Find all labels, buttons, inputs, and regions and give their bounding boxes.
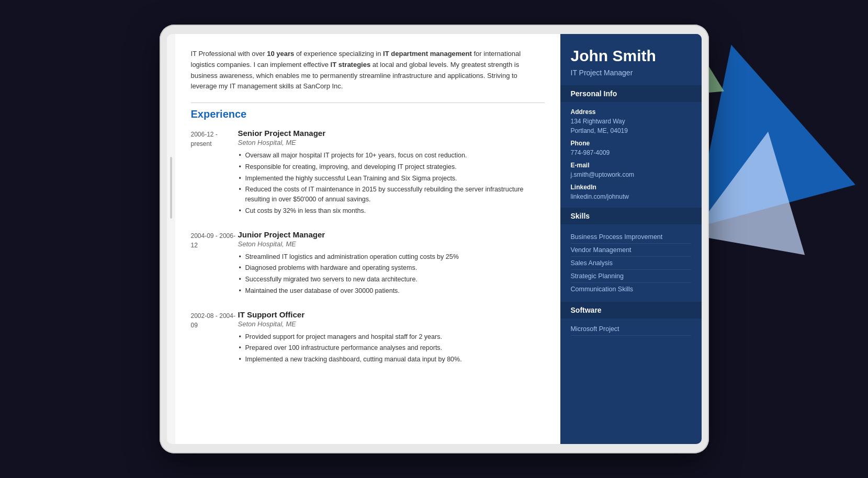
sidebar-role: IT Project Manager (571, 69, 691, 77)
personal-info-content: Address 134 Rightward Way Portland, ME, … (560, 102, 702, 208)
tablet-screen: IT Professional with over 10 years of ex… (167, 34, 702, 444)
phone-value: 774-987-4009 (571, 148, 691, 157)
skills-header: Skills (560, 208, 702, 224)
bullet-1-1: Oversaw all major hospital IT projects f… (238, 151, 545, 161)
bullet-3-2: Prepared over 100 infrastructure perform… (238, 343, 545, 353)
experience-item-1: 2006-12 - present Senior Project Manager… (191, 129, 545, 218)
skill-3: Sales Analysis (571, 257, 691, 270)
address-label: Address (571, 108, 691, 116)
exp-bullets-3: Provided support for project managers an… (238, 332, 545, 365)
software-1: Microsoft Project (571, 323, 691, 336)
exp-title-3: IT Support Officer (238, 310, 545, 319)
scroll-indicator[interactable] (170, 157, 172, 219)
exp-company-1: Seton Hospital, ME (238, 139, 545, 146)
scene: IT Professional with over 10 years of ex… (0, 0, 868, 478)
exp-title-2: Junior Project Manager (238, 230, 545, 239)
exp-dates-3: 2002-08 - 2004-09 (191, 310, 238, 366)
resume-right-sidebar: John Smith IT Project Manager Personal I… (560, 34, 702, 444)
experience-item-3: 2002-08 - 2004-09 IT Support Officer Set… (191, 310, 545, 366)
skill-1: Business Process Improvement (571, 231, 691, 244)
bullet-2-4: Maintained the user database of over 300… (238, 286, 545, 296)
resume-left-panel[interactable]: IT Professional with over 10 years of ex… (175, 34, 560, 444)
experience-item-2: 2004-09 - 2006-12 Junior Project Manager… (191, 230, 545, 298)
bullet-3-1: Provided support for project managers an… (238, 332, 545, 342)
sidebar-header: John Smith IT Project Manager (560, 34, 702, 85)
skill-4: Strategic Planning (571, 270, 691, 283)
email-label: E-mail (571, 162, 691, 169)
skill-2: Vendor Management (571, 244, 691, 257)
bullet-2-1: Streamlined IT logistics and administrat… (238, 252, 545, 262)
email-value: j.smith@uptowork.com (571, 170, 691, 179)
experience-section-title: Experience (191, 108, 545, 120)
section-divider (191, 103, 545, 103)
exp-content-2: Junior Project Manager Seton Hospital, M… (238, 230, 545, 298)
software-header: Software (560, 302, 702, 318)
exp-dates-1: 2006-12 - present (191, 129, 238, 218)
bullet-1-3: Implemented the highly successful Lean T… (238, 174, 545, 184)
exp-content-1: Senior Project Manager Seton Hospital, M… (238, 129, 545, 218)
exp-dates-2: 2004-09 - 2006-12 (191, 230, 238, 298)
sidebar-name: John Smith (571, 47, 691, 65)
bullet-1-4: Reduced the costs of IT maintenance in 2… (238, 185, 545, 204)
tablet-frame: IT Professional with over 10 years of ex… (160, 25, 709, 453)
bullet-1-5: Cut costs by 32% in less than six months… (238, 206, 545, 216)
personal-info-header: Personal Info (560, 85, 702, 102)
address-value: 134 Rightward Way Portland, ME, 04019 (571, 117, 691, 135)
linkedin-value: linkedin.com/johnutw (571, 192, 691, 201)
skill-5: Communication Skills (571, 283, 691, 295)
exp-company-2: Seton Hospital, ME (238, 240, 545, 248)
exp-content-3: IT Support Officer Seton Hospital, ME Pr… (238, 310, 545, 366)
bullet-2-2: Diagnosed problems with hardware and ope… (238, 263, 545, 273)
exp-bullets-1: Oversaw all major hospital IT projects f… (238, 151, 545, 216)
bullet-3-3: Implemented a new tracking dashboard, cu… (238, 355, 545, 365)
summary-text: IT Professional with over 10 years of ex… (191, 49, 545, 92)
phone-label: Phone (571, 140, 691, 147)
linkedin-label: LinkedIn (571, 184, 691, 191)
skills-content: Business Process Improvement Vendor Mana… (560, 224, 702, 302)
bullet-1-2: Responsible for creating, improving, and… (238, 162, 545, 172)
deco-white-triangle (692, 122, 825, 255)
software-content: Microsoft Project (560, 318, 702, 342)
exp-bullets-2: Streamlined IT logistics and administrat… (238, 252, 545, 296)
exp-title-1: Senior Project Manager (238, 129, 545, 138)
exp-company-3: Seton Hospital, ME (238, 320, 545, 328)
bullet-2-3: Successfully migrated two servers to new… (238, 275, 545, 284)
